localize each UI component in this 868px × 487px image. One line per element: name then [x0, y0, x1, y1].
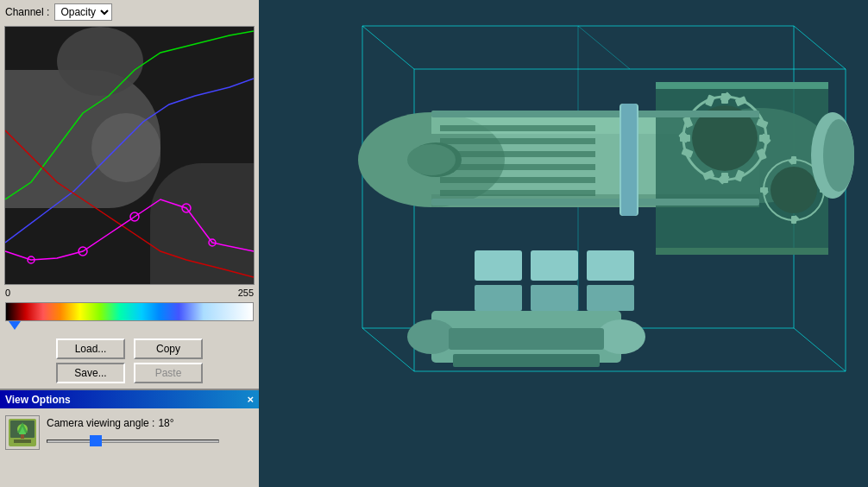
- svg-rect-8: [14, 440, 31, 443]
- range-min: 0: [5, 288, 10, 298]
- svg-rect-78: [621, 104, 637, 216]
- svg-point-82: [823, 119, 854, 192]
- svg-rect-66: [440, 164, 595, 170]
- svg-rect-64: [440, 138, 595, 144]
- svg-rect-65: [440, 151, 595, 157]
- curve-area[interactable]: [4, 26, 255, 285]
- view-options-panel: View Options ×: [0, 389, 259, 487]
- svg-rect-33: [656, 82, 828, 89]
- svg-rect-71: [587, 250, 634, 281]
- right-panel[interactable]: [259, 0, 868, 487]
- left-panel: Channel : Opacity Red Green Blue Alpha: [0, 0, 259, 487]
- gradient-bar: [5, 302, 254, 321]
- range-max: 255: [238, 288, 254, 298]
- camera-angle-label: Camera viewing angle :: [47, 417, 154, 429]
- svg-rect-11: [21, 434, 24, 439]
- paste-button[interactable]: Paste: [134, 363, 203, 383]
- camera-row: Camera viewing angle : 18°: [5, 415, 254, 450]
- svg-rect-72: [475, 285, 522, 311]
- camera-icon: [5, 415, 40, 450]
- curve-svg: [5, 27, 254, 284]
- svg-point-54: [771, 167, 817, 213]
- channel-label: Channel :: [5, 6, 49, 18]
- engine-viewport-svg: [259, 0, 868, 487]
- range-row: 0 255: [0, 287, 259, 299]
- channel-select[interactable]: Opacity Red Green Blue Alpha: [54, 3, 112, 21]
- svg-rect-86: [449, 328, 604, 350]
- buttons-row1: Load... Copy: [5, 338, 254, 359]
- svg-rect-76: [431, 199, 759, 206]
- svg-rect-70: [531, 250, 578, 281]
- svg-rect-68: [440, 190, 595, 196]
- camera-icon-svg: [7, 417, 38, 448]
- svg-rect-67: [440, 177, 595, 183]
- svg-rect-63: [440, 125, 595, 131]
- angle-slider-thumb[interactable]: [90, 435, 102, 446]
- camera-info: Camera viewing angle : 18°: [47, 417, 219, 448]
- view-options-body: Camera viewing angle : 18°: [0, 408, 259, 462]
- buttons-row2: Save... Paste: [5, 363, 254, 383]
- gradient-slider[interactable]: [9, 321, 21, 330]
- svg-rect-73: [531, 285, 578, 311]
- view-options-title: View Options: [5, 394, 71, 406]
- load-button[interactable]: Load...: [56, 338, 125, 359]
- save-button[interactable]: Save...: [56, 363, 125, 383]
- svg-point-80: [407, 144, 456, 175]
- svg-point-85: [597, 319, 645, 354]
- camera-angle-value: 18°: [158, 417, 173, 429]
- svg-rect-74: [587, 285, 634, 311]
- svg-rect-69: [475, 250, 522, 281]
- svg-rect-75: [431, 111, 759, 117]
- gradient-bar-container: [5, 302, 254, 321]
- svg-point-84: [407, 319, 456, 354]
- channel-row: Channel : Opacity Red Green Blue Alpha: [0, 0, 259, 24]
- svg-rect-34: [656, 248, 828, 255]
- view-options-close-button[interactable]: ×: [247, 393, 254, 406]
- svg-rect-87: [453, 354, 600, 367]
- copy-button[interactable]: Copy: [134, 338, 203, 359]
- view-options-header: View Options ×: [0, 390, 259, 408]
